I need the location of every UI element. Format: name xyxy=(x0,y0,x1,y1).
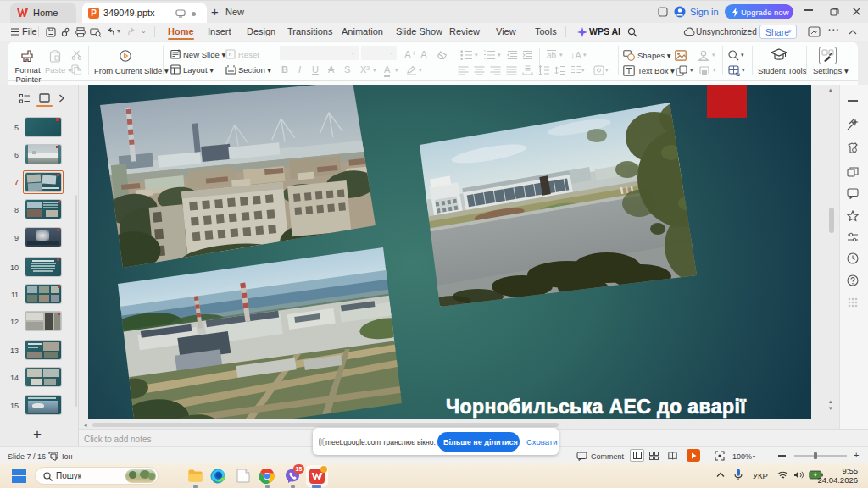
svg-text:Чорнобильська АЕС до аварії: Чорнобильська АЕС до аварії xyxy=(446,396,746,418)
